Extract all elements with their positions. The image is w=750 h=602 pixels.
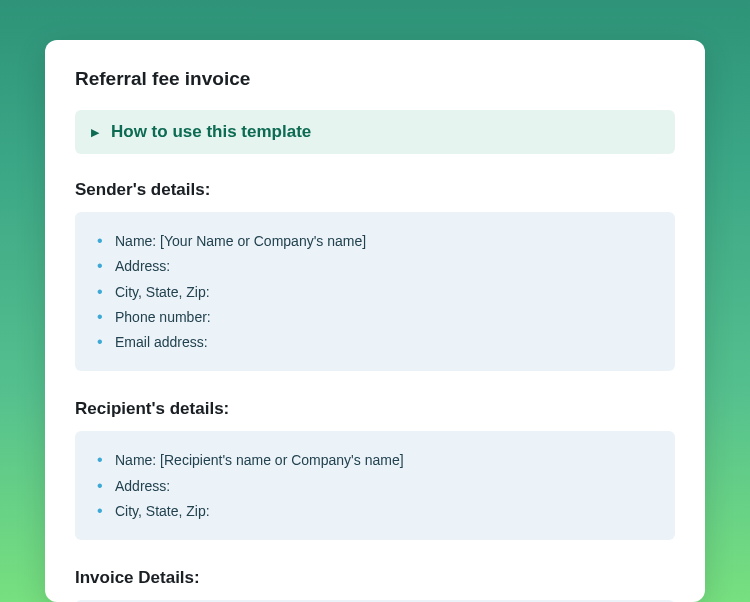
list-item: Email address:: [93, 332, 657, 352]
list-item: Name: [Recipient's name or Company's nam…: [93, 450, 657, 470]
howto-label: How to use this template: [111, 122, 311, 142]
document-card: Referral fee invoice ▶ How to use this t…: [45, 40, 705, 602]
list-item: Address:: [93, 476, 657, 496]
list-item: Phone number:: [93, 307, 657, 327]
caret-right-icon: ▶: [91, 127, 99, 138]
page-title: Referral fee invoice: [75, 68, 675, 90]
list-item: City, State, Zip:: [93, 282, 657, 302]
list-item: City, State, Zip:: [93, 501, 657, 521]
howto-toggle[interactable]: ▶ How to use this template: [75, 110, 675, 154]
sender-details-block: Name: [Your Name or Company's name] Addr…: [75, 212, 675, 371]
section-heading-sender: Sender's details:: [75, 180, 675, 200]
list-item: Name: [Your Name or Company's name]: [93, 231, 657, 251]
recipient-details-block: Name: [Recipient's name or Company's nam…: [75, 431, 675, 540]
section-heading-recipient: Recipient's details:: [75, 399, 675, 419]
section-heading-invoice: Invoice Details:: [75, 568, 675, 588]
list-item: Address:: [93, 256, 657, 276]
